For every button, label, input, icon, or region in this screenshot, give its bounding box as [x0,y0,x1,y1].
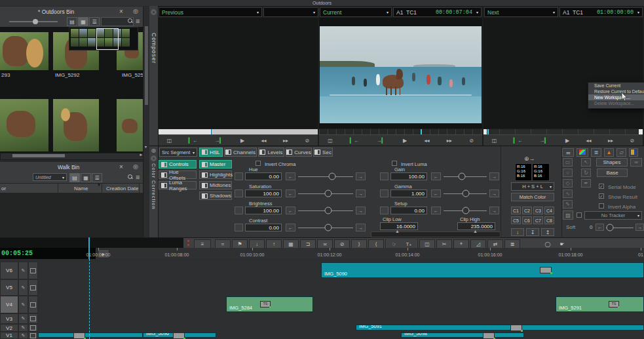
close-icon[interactable]: × [151,155,157,161]
clip-thumbnail[interactable] [53,99,99,151]
brightness-value[interactable]: 100.00 [245,207,282,214]
segment-drag-icon[interactable]: ☞ [387,239,402,249]
cc-band-midtones[interactable]: Midtones [199,181,232,189]
rectangle-shape-tool[interactable]: ▭ [563,158,573,167]
slider-thumb[interactable] [462,207,469,214]
fast-forward-icon[interactable]: ▸▸ [283,138,288,144]
close-icon[interactable]: × [119,8,123,15]
split-screen-icon[interactable]: ◫ [492,138,497,144]
next-position-bar[interactable] [483,129,643,134]
scroll-right-arrow-icon[interactable]: ▸ [140,152,142,157]
hue-slider[interactable] [298,172,353,180]
serial-mode-checkbox[interactable]: ✓ [599,184,604,189]
split-screen-icon[interactable]: ◫ [328,138,333,144]
enable-icon[interactable] [161,183,167,188]
correction-slot-c6[interactable]: C6 [522,216,532,224]
next-tracking-menu[interactable]: A1 TC1 01:00:00:00 ▾ [559,7,643,17]
clear-marks-icon[interactable]: ⊘ [305,138,310,144]
correction-slot-c4[interactable]: C4 [544,207,554,214]
bin-preset-dropdown[interactable]: Untitled ▾ [33,173,67,181]
clear-marks-icon[interactable]: ⊘ [469,138,474,144]
track-monitor-cell[interactable]: ✎ [18,313,28,324]
color-input-swatch[interactable]: R:16G:16B:16 [515,163,532,181]
correction-slot-c3[interactable]: C3 [533,207,543,214]
motion-effect-badge[interactable] [540,267,552,273]
script-view-button[interactable]: ▤ [67,17,77,26]
contrast-decrease-button[interactable]: ← [286,224,295,231]
curves-color-icon[interactable] [577,148,588,157]
saturation-increase-button[interactable]: → [356,189,366,197]
mark-in-bracket-icon[interactable]: ⟨ [368,239,384,249]
track-lock-cell[interactable] [28,332,38,339]
bin-menu-target-icon[interactable]: ◎ [133,163,138,170]
slider-thumb[interactable] [325,190,332,197]
list-view-button[interactable]: ☰ [89,17,100,26]
cc-band-shadows[interactable]: Shadows [199,191,232,200]
frame-view-button[interactable]: ▦ [78,17,88,26]
track-lane-v5[interactable] [38,279,644,296]
slider-controls-icon[interactable]: ⚌ [562,148,574,157]
track-button-v5[interactable]: V5 [0,279,18,296]
setup-slider[interactable] [444,207,487,214]
filmstrip-frame[interactable] [79,38,87,47]
polygon-shape-tool[interactable]: ◇ [563,179,573,188]
next-monitor-video[interactable] [483,18,643,129]
trim-mode-icon[interactable]: ⌖ [453,239,469,249]
pen-tool[interactable]: ✒ [581,179,591,188]
mark-in-icon[interactable]: ▎← [514,138,523,144]
gain-slider[interactable] [444,172,487,180]
motion-effect-badge[interactable] [483,332,495,339]
match-type-dropdown[interactable]: H + S + L ▾ [511,182,554,191]
collapse-icon[interactable]: ≣ [504,239,520,249]
enable-icon[interactable] [202,183,208,188]
recall-correction-icon-button[interactable]: ↥ [541,228,554,236]
filmstrip-frame[interactable] [88,38,96,47]
gamma-value[interactable]: 1.000 [390,189,427,197]
setup-value[interactable]: 0.00 [390,207,427,214]
mark-out-icon[interactable]: →▎ [539,138,548,144]
go-next-event-icon[interactable]: ↑ [266,239,282,249]
slider-thumb[interactable] [462,190,469,197]
playhead-marker[interactable] [88,237,90,259]
tab-enable-icon[interactable] [286,150,292,155]
brush-shape-tool[interactable]: ✎ [563,200,573,209]
cc-tab-channels[interactable]: Channels [224,148,257,157]
track-monitor-cell[interactable]: ✎ [18,296,28,313]
list-view-button[interactable]: ☰ [92,173,102,182]
save-correction-icon-button[interactable]: ↓ [511,228,524,236]
track-monitor-cell[interactable]: ✎ [18,262,28,279]
clip-name-label[interactable]: IMG_5292 [55,72,79,78]
contrast-increase-button[interactable]: → [356,224,366,231]
hue-value[interactable]: 0.00 [245,172,282,180]
dual-split-color-icon[interactable] [629,148,638,157]
frame-icon[interactable]: ▱ [616,148,626,157]
mark-in-icon[interactable]: ▎← [189,138,198,144]
track-button-v2[interactable]: V2 [0,324,18,332]
color-correction-side-tab[interactable]: ◎ × Color Correction [149,146,159,238]
invert-luma-checkbox[interactable] [392,161,397,166]
lasso-shape-tool[interactable]: ∿ [563,189,573,198]
previous-monitor-menu[interactable]: Previous ▾ [159,7,262,17]
quick-transition-icon[interactable]: ≈ [215,239,231,249]
position-indicator[interactable] [211,129,212,134]
show-result-checkbox[interactable]: ✓ [599,193,604,199]
play-icon[interactable]: ▶ [403,138,407,144]
segment-overwrite-icon[interactable]: ⊐ [300,239,316,249]
menu-item[interactable]: Save Current [588,83,644,89]
gamma-slider[interactable] [444,189,487,197]
soft-increase-button[interactable]: → [635,224,644,231]
shape-link-icon-button[interactable]: ∞ [630,158,642,167]
cc-band-highlights[interactable]: Highlights [199,170,232,179]
track-monitor-cell[interactable]: ✎ [18,279,28,296]
clip-name-label[interactable]: 293 [1,72,10,78]
contrast-value[interactable]: 0.00 [245,224,282,231]
brightness-slider[interactable] [298,207,353,214]
enable-icon[interactable] [202,172,208,178]
outdoors-bin-titlebar[interactable]: * Outdoors Bin × ◎ [0,7,143,16]
slider-thumb[interactable] [325,224,332,231]
contrast-enable-button[interactable] [235,224,243,231]
text-tool-icon[interactable]: T₊ [401,239,417,249]
cc-tab-sec[interactable]: Sec [313,148,333,157]
scroll-down-arrow-icon[interactable]: ▾ [145,144,147,149]
swap-icon[interactable]: ⇄ [487,239,503,249]
